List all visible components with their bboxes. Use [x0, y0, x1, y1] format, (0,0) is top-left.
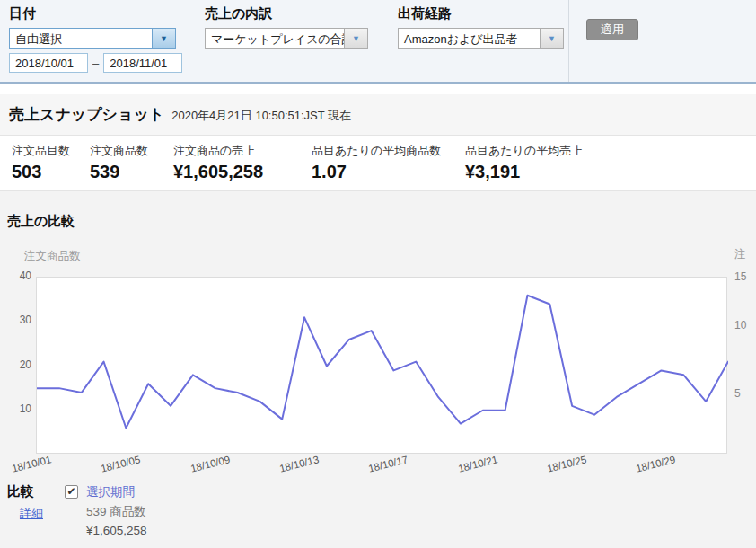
date-to-input[interactable]	[103, 53, 182, 73]
stat-value: 503	[12, 162, 70, 182]
x-tick-label: 18/10/05	[100, 454, 141, 473]
fulfillment-channel-label: 出荷経路	[398, 5, 564, 22]
stat-label: 注文品目数	[12, 143, 70, 159]
date-filter-label: 日付	[9, 5, 182, 22]
y-axis-title-left: 注文商品数	[24, 249, 81, 264]
sales-breakdown-label: 売上の内訳	[205, 5, 368, 22]
stat-value: 539	[90, 162, 148, 182]
y-tick-label: 30	[0, 314, 31, 326]
x-tick-label: 18/10/25	[546, 454, 587, 473]
stat-avg-sales-per-item: 品目あたりの平均売上 ¥3,191	[465, 143, 583, 182]
chevron-down-icon[interactable]: ▼	[344, 29, 367, 48]
legend-sales: ¥1,605,258	[86, 524, 147, 537]
legend-units: 539 商品数	[86, 504, 147, 520]
fulfillment-channel-select[interactable]: Amazonおよび出品者 ▼	[398, 28, 564, 49]
x-tick-label: 18/10/29	[635, 454, 676, 473]
selected-period-line	[37, 296, 728, 429]
compare-label: 比較	[7, 483, 34, 500]
chart-plot[interactable]	[36, 277, 727, 454]
y-tick-label: 40	[0, 270, 31, 282]
stats-band: 注文品目数 503 注文商品数 539 注文商品の売上 ¥1,605,258 品…	[0, 137, 756, 191]
date-preset-value: 自由選択	[10, 29, 152, 48]
fulfillment-channel-value: Amazonおよび出品者	[399, 29, 540, 48]
x-tick-label: 18/10/21	[457, 454, 498, 473]
filter-divider	[382, 0, 382, 82]
sales-breakdown-value: マーケットプレイスの合計	[206, 29, 344, 48]
sales-dashboard-page: 日付 自由選択 ▼ – 売上の内訳 マーケットプレイスの合計 ▼ 出荷経路 A	[0, 0, 756, 548]
x-tick-label: 18/10/01	[11, 454, 52, 473]
comparison-title: 売上の比較	[7, 213, 75, 230]
stat-label: 注文商品の売上	[173, 143, 263, 159]
date-range-separator: –	[92, 57, 99, 70]
selected-period-checkbox[interactable]: ✔	[65, 485, 78, 499]
date-range: –	[9, 53, 182, 73]
stat-value: ¥3,191	[465, 162, 583, 182]
stat-label: 品目あたりの平均売上	[465, 143, 583, 159]
y-tick-label-right: 10	[734, 319, 746, 331]
sales-breakdown-filter-group: 売上の内訳 マーケットプレイスの合計 ▼	[205, 5, 368, 49]
y-tick-label-right: 5	[734, 387, 741, 400]
legend-period-label[interactable]: 選択期間	[86, 484, 147, 500]
date-filter-group: 日付 自由選択 ▼ –	[9, 5, 182, 73]
details-link[interactable]: 詳細	[20, 506, 43, 522]
chevron-down-icon[interactable]: ▼	[152, 29, 175, 48]
stat-ordered-items: 注文品目数 503	[12, 143, 70, 182]
sales-line-chart	[37, 278, 728, 455]
stat-value: 1.07	[312, 162, 441, 182]
y-tick-label: 10	[0, 402, 31, 415]
filter-divider	[568, 0, 569, 82]
sales-comparison-section: 売上の比較 注文商品数 注 40302010 15105 18/10/0118/…	[0, 191, 756, 548]
snapshot-header: 売上スナップショット 2020年4月21日 10:50:51:JST 現在	[0, 94, 756, 136]
snapshot-timestamp: 2020年4月21日 10:50:51:JST 現在	[171, 105, 351, 124]
filter-bar: 日付 自由選択 ▼ – 売上の内訳 マーケットプレイスの合計 ▼ 出荷経路 A	[0, 0, 756, 84]
x-tick-label: 18/10/09	[189, 454, 231, 473]
y-tick-label: 20	[0, 358, 31, 371]
date-from-input[interactable]	[9, 53, 88, 73]
stat-label: 品目あたりの平均商品数	[312, 143, 441, 159]
stat-ordered-units: 注文商品数 539	[90, 143, 148, 182]
fulfillment-channel-filter-group: 出荷経路 Amazonおよび出品者 ▼	[398, 5, 564, 49]
legend-row: ✔ 選択期間 539 商品数 ¥1,605,258	[65, 484, 147, 537]
filter-divider	[189, 0, 189, 82]
snapshot-title: 売上スナップショット	[9, 104, 164, 125]
stat-label: 注文商品数	[90, 143, 148, 159]
date-preset-select[interactable]: 自由選択 ▼	[9, 28, 176, 49]
apply-button[interactable]: 適用	[586, 19, 638, 40]
x-tick-label: 18/10/13	[278, 454, 320, 473]
legend-texts: 選択期間 539 商品数 ¥1,605,258	[86, 484, 147, 537]
stat-value: ¥1,605,258	[173, 162, 263, 182]
x-tick-label: 18/10/17	[367, 454, 409, 473]
stat-avg-units-per-item: 品目あたりの平均商品数 1.07	[312, 143, 441, 182]
chevron-down-icon[interactable]: ▼	[540, 29, 563, 48]
sales-breakdown-select[interactable]: マーケットプレイスの合計 ▼	[205, 28, 368, 49]
stat-ordered-product-sales: 注文商品の売上 ¥1,605,258	[173, 143, 263, 182]
y-tick-label-right: 15	[734, 270, 746, 283]
y-axis-title-right-clipped: 注	[734, 247, 746, 262]
